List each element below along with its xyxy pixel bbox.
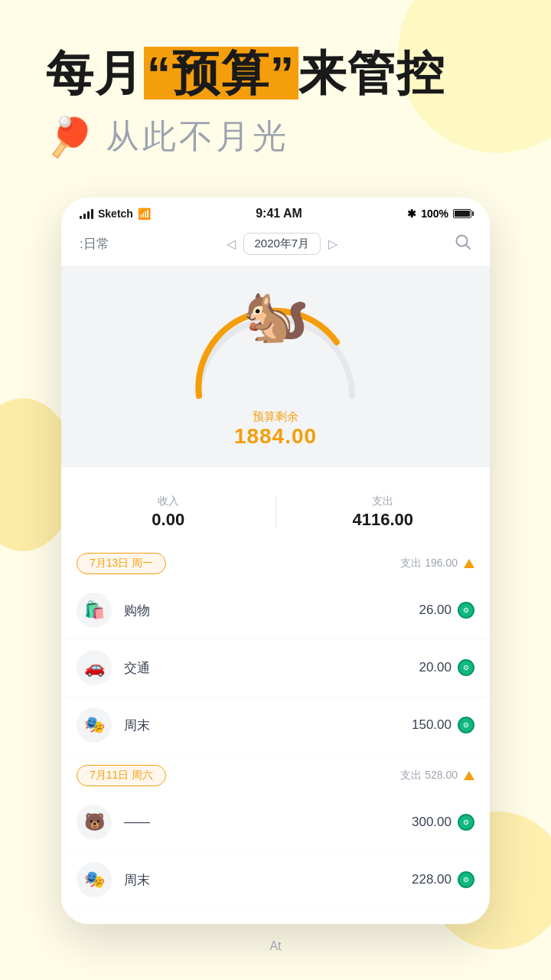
status-bar-right: ✱ 100% — [407, 207, 471, 220]
tx-amount-row-weekend-2: 228.00 ⊙ — [412, 871, 474, 888]
date-expense-2: 支出 528.00 — [400, 769, 474, 782]
budget-label-area: 预算剩余 1884.00 — [234, 410, 317, 449]
coin-icon-transport: ⊙ — [458, 659, 474, 676]
bluetooth-icon: ✱ — [407, 207, 416, 220]
tx-amount-row-shopping: 26.00 ⊙ — [419, 602, 474, 619]
income-value: 0.00 — [152, 510, 184, 530]
tx-label-shopping: 购物 — [124, 602, 419, 619]
expense-label: 支出 — [372, 495, 393, 508]
expense-stat: 支出 4116.00 — [276, 495, 491, 530]
weekend-icon-1: 🎭 — [77, 707, 112, 743]
tab-daily[interactable]: :日常 — [80, 235, 109, 253]
expand-icon-2[interactable] — [464, 771, 474, 780]
status-bar: Sketch 📶 9:41 AM ✱ 100% — [61, 198, 490, 227]
hero-section: 每月“预算”来管控 🏓 从此不月光 — [0, 0, 551, 175]
phone-mockup: Sketch 📶 9:41 AM ✱ 100% :日常 ◁ 2020年7月 ▷ — [61, 198, 490, 924]
expand-icon-1[interactable] — [464, 559, 474, 568]
date-header-2: 7月11日 周六 支出 528.00 — [61, 754, 490, 794]
coin-icon-weekend-2: ⊙ — [458, 871, 474, 888]
signal-bar-3 — [87, 211, 90, 219]
tx-amount-weekend-1: 150.00 — [412, 717, 452, 733]
table-row[interactable]: 🛍️ 购物 26.00 ⊙ — [61, 582, 490, 639]
search-button[interactable] — [455, 234, 471, 255]
coin-icon-bear: ⊙ — [458, 814, 474, 831]
income-stat: 收入 0.00 — [61, 495, 276, 530]
hero-title-part1: 每月 — [46, 47, 144, 100]
signal-bar-4 — [91, 209, 93, 219]
date-expense-1: 支出 196.00 — [400, 557, 474, 570]
budget-area: 🐿️ 预算剩余 1884.00 — [61, 266, 490, 467]
budget-remaining-amount: 1884.00 — [234, 424, 317, 449]
status-time: 9:41 AM — [256, 207, 302, 220]
hero-title-part2: 来管控 — [298, 47, 445, 100]
search-icon — [455, 234, 471, 250]
tx-label-bear: —— — [124, 815, 412, 830]
transport-icon: 🚗 — [77, 650, 112, 685]
hero-title: 每月“预算”来管控 — [46, 46, 505, 100]
tx-amount-row-transport: 20.00 ⊙ — [419, 659, 474, 676]
tx-amount-shopping: 26.00 — [419, 603, 452, 618]
tx-amount-weekend-2: 228.00 — [412, 872, 452, 887]
bear-icon: 🐻 — [77, 805, 112, 840]
date-header-1: 7月13日 周一 支出 196.00 — [61, 542, 490, 582]
tx-amount-row-bear: 300.00 ⊙ — [412, 814, 474, 831]
table-row[interactable]: 🎭 周末 228.00 ⊙ — [61, 851, 490, 909]
month-nav: ◁ 2020年7月 ▷ — [227, 233, 338, 255]
stats-row: 收入 0.00 支出 4116.00 — [61, 482, 490, 542]
battery-icon — [453, 209, 471, 218]
budget-remaining-label: 预算剩余 — [234, 410, 317, 424]
wifi-icon: 📶 — [138, 207, 151, 220]
expense-text-2: 支出 528.00 — [400, 769, 458, 782]
coin-icon-weekend-1: ⊙ — [458, 717, 474, 733]
expense-value: 4116.00 — [352, 510, 413, 530]
shopping-icon: 🛍️ — [77, 593, 112, 628]
status-bar-left: Sketch 📶 — [80, 207, 151, 220]
prev-month-button[interactable]: ◁ — [227, 237, 236, 251]
transaction-list: 7月13日 周一 支出 196.00 🛍️ 购物 26.00 ⊙ 🚗 交通 20… — [61, 542, 490, 924]
tx-amount-row-weekend-1: 150.00 ⊙ — [412, 717, 474, 733]
tx-amount-bear: 300.00 — [412, 815, 452, 830]
table-row[interactable]: 🎭 周末 150.00 ⊙ — [61, 697, 490, 754]
hero-title-highlight: “预算” — [144, 47, 298, 100]
bottom-hint: At — [0, 924, 551, 969]
next-month-button[interactable]: ▷ — [328, 237, 337, 251]
hero-subtitle: 从此不月光 — [106, 114, 289, 159]
weekend-icon-2: 🎭 — [77, 862, 112, 897]
squirrel-mascot: 🐿️ — [243, 289, 309, 342]
date-badge-2: 7月11日 周六 — [77, 765, 166, 786]
expense-text-1: 支出 196.00 — [400, 557, 458, 570]
tx-label-weekend-1: 周末 — [124, 717, 412, 734]
app-header: :日常 ◁ 2020年7月 ▷ — [61, 227, 490, 266]
tx-amount-transport: 20.00 — [419, 660, 452, 675]
ping-pong-icon: 🏓 — [46, 115, 93, 159]
budget-circle: 🐿️ — [184, 281, 367, 403]
tx-label-transport: 交通 — [124, 659, 419, 677]
svg-line-1 — [465, 244, 470, 249]
month-display[interactable]: 2020年7月 — [243, 233, 321, 255]
bottom-text: At — [269, 939, 281, 952]
tab-daily-label: 日常 — [83, 237, 109, 251]
tx-label-weekend-2: 周末 — [124, 871, 412, 889]
carrier-name: Sketch — [98, 207, 133, 220]
signal-bar-1 — [80, 216, 82, 219]
table-row[interactable]: 🚗 交通 20.00 ⊙ — [61, 639, 490, 697]
date-badge-1: 7月13日 周一 — [77, 553, 166, 574]
battery-fill — [455, 211, 470, 217]
signal-bar-2 — [83, 214, 86, 219]
income-label: 收入 — [158, 495, 179, 508]
signal-icon — [80, 208, 93, 219]
hero-subtitle-row: 🏓 从此不月光 — [46, 114, 505, 159]
battery-percent: 100% — [421, 207, 448, 220]
table-row[interactable]: 🐻 —— 300.00 ⊙ — [61, 794, 490, 851]
coin-icon-shopping: ⊙ — [458, 602, 474, 619]
